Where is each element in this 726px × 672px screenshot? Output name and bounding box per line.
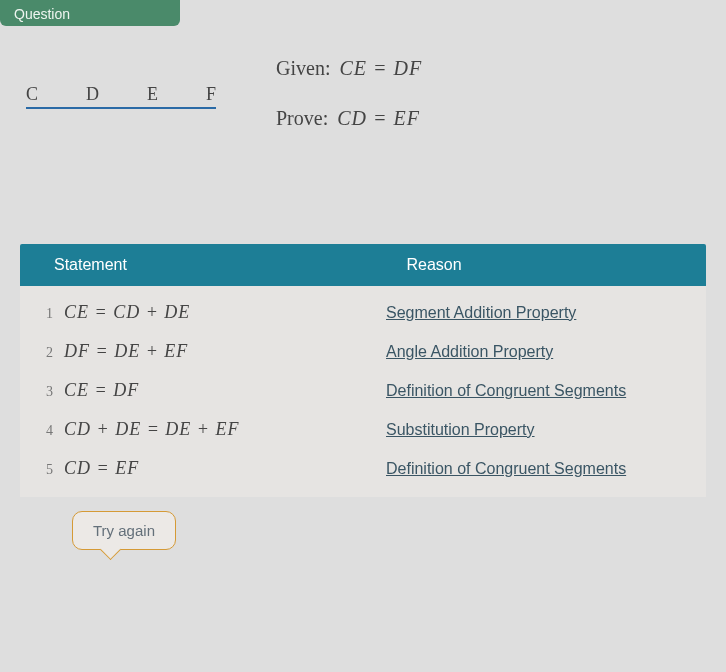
given-equation: CE = DF	[339, 57, 422, 79]
prove-equation: CD = EF	[337, 107, 420, 129]
table-row: 4 CD + DE = DE + EF Substitution Propert…	[20, 409, 706, 448]
row-number: 3	[46, 384, 64, 400]
statement-cell: CD + DE = DE + EF	[64, 419, 386, 440]
try-again-button[interactable]: Try again	[72, 511, 176, 550]
reason-link[interactable]: Definition of Congruent Segments	[386, 378, 690, 400]
table-row: 5 CD = EF Definition of Congruent Segmen…	[20, 448, 706, 487]
statement-cell: CE = CD + DE	[64, 302, 386, 323]
reason-link[interactable]: Segment Addition Property	[386, 300, 690, 322]
question-header: Question	[0, 0, 180, 26]
statement-cell: DF = DE + EF	[64, 341, 386, 362]
proof-table: Statement Reason 1 CE = CD + DE Segment …	[20, 244, 706, 550]
prove-label: Prove:	[276, 107, 328, 129]
point-d: D	[86, 84, 99, 105]
point-f: F	[206, 84, 216, 105]
given-prove: Given: CE = DF Prove: CD = EF	[276, 54, 422, 154]
reason-link[interactable]: Angle Addition Property	[386, 339, 690, 361]
header-reason: Reason	[390, 244, 706, 286]
statement-cell: CD = EF	[64, 458, 386, 479]
row-number: 5	[46, 462, 64, 478]
segment-diagram: C D E F	[26, 84, 216, 109]
point-e: E	[147, 84, 158, 105]
row-number: 4	[46, 423, 64, 439]
row-number: 1	[46, 306, 64, 322]
table-row: 2 DF = DE + EF Angle Addition Property	[20, 331, 706, 370]
problem-area: C D E F Given: CE = DF Prove: CD = EF	[20, 54, 706, 154]
reason-link[interactable]: Substitution Property	[386, 417, 690, 439]
table-row: 3 CE = DF Definition of Congruent Segmen…	[20, 370, 706, 409]
table-header: Statement Reason	[20, 244, 706, 286]
table-row: 1 CE = CD + DE Segment Addition Property	[20, 292, 706, 331]
given-label: Given:	[276, 57, 330, 79]
row-number: 2	[46, 345, 64, 361]
question-label: Question	[14, 6, 70, 22]
header-statement: Statement	[20, 244, 390, 286]
reason-link[interactable]: Definition of Congruent Segments	[386, 456, 690, 478]
point-c: C	[26, 84, 38, 105]
statement-cell: CE = DF	[64, 380, 386, 401]
